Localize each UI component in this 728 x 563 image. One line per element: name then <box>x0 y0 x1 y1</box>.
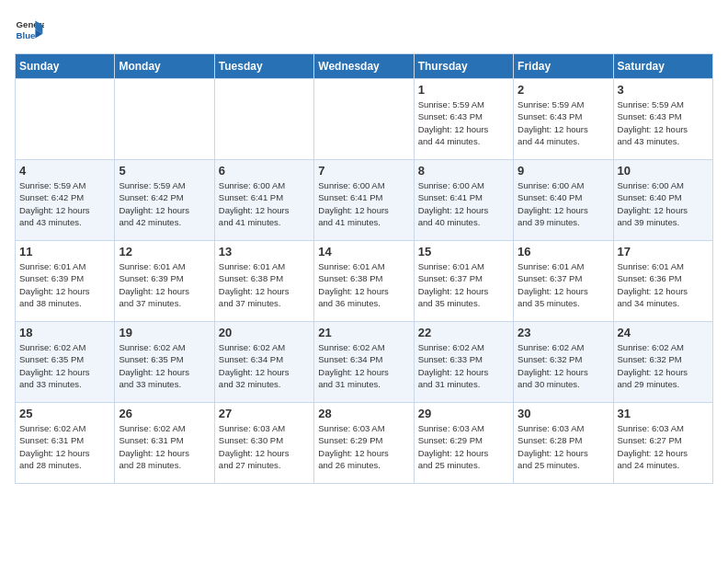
day-info: Sunrise: 6:02 AM Sunset: 6:34 PM Dayligh… <box>318 341 409 390</box>
calendar-week-row: 4Sunrise: 5:59 AM Sunset: 6:42 PM Daylig… <box>16 160 713 241</box>
day-info: Sunrise: 6:01 AM Sunset: 6:39 PM Dayligh… <box>19 260 110 309</box>
calendar-cell: 14Sunrise: 6:01 AM Sunset: 6:38 PM Dayli… <box>314 241 414 322</box>
day-info: Sunrise: 6:02 AM Sunset: 6:31 PM Dayligh… <box>119 422 210 471</box>
calendar-cell: 26Sunrise: 6:02 AM Sunset: 6:31 PM Dayli… <box>115 403 214 484</box>
calendar-cell: 25Sunrise: 6:02 AM Sunset: 6:31 PM Dayli… <box>16 403 115 484</box>
day-info: Sunrise: 6:03 AM Sunset: 6:29 PM Dayligh… <box>418 422 509 471</box>
day-info: Sunrise: 6:01 AM Sunset: 6:37 PM Dayligh… <box>418 260 509 309</box>
day-number: 24 <box>618 326 709 339</box>
day-info: Sunrise: 6:01 AM Sunset: 6:39 PM Dayligh… <box>119 260 210 309</box>
day-number: 31 <box>618 407 709 420</box>
calendar-cell <box>214 79 313 160</box>
calendar-cell: 19Sunrise: 6:02 AM Sunset: 6:35 PM Dayli… <box>115 322 214 403</box>
logo: General Blue <box>15 15 44 44</box>
calendar-cell: 18Sunrise: 6:02 AM Sunset: 6:35 PM Dayli… <box>16 322 115 403</box>
day-info: Sunrise: 6:03 AM Sunset: 6:28 PM Dayligh… <box>518 422 609 471</box>
day-number: 10 <box>618 164 709 178</box>
calendar-week-row: 11Sunrise: 6:01 AM Sunset: 6:39 PM Dayli… <box>16 241 713 322</box>
day-info: Sunrise: 5:59 AM Sunset: 6:42 PM Dayligh… <box>19 179 110 228</box>
day-info: Sunrise: 6:00 AM Sunset: 6:41 PM Dayligh… <box>219 179 310 228</box>
calendar-header-row: SundayMondayTuesdayWednesdayThursdayFrid… <box>16 54 713 79</box>
day-info: Sunrise: 6:02 AM Sunset: 6:33 PM Dayligh… <box>418 341 509 390</box>
calendar-cell: 3Sunrise: 5:59 AM Sunset: 6:43 PM Daylig… <box>613 79 712 160</box>
calendar-cell: 31Sunrise: 6:03 AM Sunset: 6:27 PM Dayli… <box>613 403 712 484</box>
calendar-cell: 27Sunrise: 6:03 AM Sunset: 6:30 PM Dayli… <box>214 403 313 484</box>
day-number: 11 <box>19 245 110 259</box>
day-info: Sunrise: 6:00 AM Sunset: 6:41 PM Dayligh… <box>418 179 509 228</box>
day-info: Sunrise: 6:02 AM Sunset: 6:34 PM Dayligh… <box>219 341 310 390</box>
day-of-week-header: Thursday <box>414 54 513 79</box>
calendar-cell: 29Sunrise: 6:03 AM Sunset: 6:29 PM Dayli… <box>414 403 513 484</box>
day-info: Sunrise: 6:00 AM Sunset: 6:40 PM Dayligh… <box>518 179 609 228</box>
calendar-cell: 9Sunrise: 6:00 AM Sunset: 6:40 PM Daylig… <box>514 160 613 241</box>
calendar-cell: 5Sunrise: 5:59 AM Sunset: 6:42 PM Daylig… <box>115 160 214 241</box>
day-info: Sunrise: 6:03 AM Sunset: 6:30 PM Dayligh… <box>219 422 310 471</box>
day-info: Sunrise: 6:01 AM Sunset: 6:38 PM Dayligh… <box>219 260 310 309</box>
day-number: 14 <box>318 245 409 259</box>
day-number: 25 <box>19 407 110 420</box>
calendar-cell: 24Sunrise: 6:02 AM Sunset: 6:32 PM Dayli… <box>613 322 712 403</box>
day-number: 1 <box>418 83 509 97</box>
day-number: 7 <box>318 164 409 178</box>
calendar-cell: 21Sunrise: 6:02 AM Sunset: 6:34 PM Dayli… <box>314 322 414 403</box>
day-number: 15 <box>418 245 509 259</box>
day-info: Sunrise: 6:02 AM Sunset: 6:35 PM Dayligh… <box>19 341 110 390</box>
day-number: 6 <box>219 164 310 178</box>
calendar-cell: 30Sunrise: 6:03 AM Sunset: 6:28 PM Dayli… <box>514 403 613 484</box>
day-of-week-header: Friday <box>514 54 613 79</box>
day-info: Sunrise: 6:01 AM Sunset: 6:37 PM Dayligh… <box>518 260 609 309</box>
day-number: 2 <box>518 83 609 97</box>
day-number: 12 <box>119 245 210 259</box>
day-number: 27 <box>219 407 310 420</box>
calendar-cell <box>16 79 115 160</box>
calendar-cell: 11Sunrise: 6:01 AM Sunset: 6:39 PM Dayli… <box>16 241 115 322</box>
day-number: 20 <box>219 326 310 339</box>
calendar-week-row: 1Sunrise: 5:59 AM Sunset: 6:43 PM Daylig… <box>16 79 713 160</box>
calendar-cell <box>115 79 214 160</box>
day-number: 13 <box>219 245 310 259</box>
day-of-week-header: Sunday <box>16 54 115 79</box>
calendar-cell: 2Sunrise: 5:59 AM Sunset: 6:43 PM Daylig… <box>514 79 613 160</box>
calendar-cell: 23Sunrise: 6:02 AM Sunset: 6:32 PM Dayli… <box>514 322 613 403</box>
calendar-cell: 6Sunrise: 6:00 AM Sunset: 6:41 PM Daylig… <box>214 160 313 241</box>
day-info: Sunrise: 6:02 AM Sunset: 6:35 PM Dayligh… <box>119 341 210 390</box>
day-of-week-header: Saturday <box>613 54 712 79</box>
day-info: Sunrise: 5:59 AM Sunset: 6:43 PM Dayligh… <box>618 98 709 147</box>
calendar-cell: 22Sunrise: 6:02 AM Sunset: 6:33 PM Dayli… <box>414 322 513 403</box>
calendar-cell: 7Sunrise: 6:00 AM Sunset: 6:41 PM Daylig… <box>314 160 414 241</box>
day-number: 23 <box>518 326 609 339</box>
day-info: Sunrise: 5:59 AM Sunset: 6:43 PM Dayligh… <box>418 98 509 147</box>
day-of-week-header: Monday <box>115 54 214 79</box>
calendar-cell: 8Sunrise: 6:00 AM Sunset: 6:41 PM Daylig… <box>414 160 513 241</box>
day-info: Sunrise: 5:59 AM Sunset: 6:43 PM Dayligh… <box>518 98 609 147</box>
calendar-cell: 16Sunrise: 6:01 AM Sunset: 6:37 PM Dayli… <box>514 241 613 322</box>
calendar-week-row: 18Sunrise: 6:02 AM Sunset: 6:35 PM Dayli… <box>16 322 713 403</box>
calendar-cell: 1Sunrise: 5:59 AM Sunset: 6:43 PM Daylig… <box>414 79 513 160</box>
day-number: 5 <box>119 164 210 178</box>
day-info: Sunrise: 6:03 AM Sunset: 6:27 PM Dayligh… <box>618 422 709 471</box>
day-number: 9 <box>518 164 609 178</box>
calendar-cell: 4Sunrise: 5:59 AM Sunset: 6:42 PM Daylig… <box>16 160 115 241</box>
day-number: 17 <box>618 245 709 259</box>
day-info: Sunrise: 6:03 AM Sunset: 6:29 PM Dayligh… <box>318 422 409 471</box>
day-number: 29 <box>418 407 509 420</box>
day-of-week-header: Wednesday <box>314 54 414 79</box>
calendar-cell: 12Sunrise: 6:01 AM Sunset: 6:39 PM Dayli… <box>115 241 214 322</box>
calendar-week-row: 25Sunrise: 6:02 AM Sunset: 6:31 PM Dayli… <box>16 403 713 484</box>
day-number: 22 <box>418 326 509 339</box>
calendar-table: SundayMondayTuesdayWednesdayThursdayFrid… <box>15 53 713 484</box>
day-of-week-header: Tuesday <box>214 54 313 79</box>
day-number: 3 <box>618 83 709 97</box>
day-info: Sunrise: 6:02 AM Sunset: 6:32 PM Dayligh… <box>618 341 709 390</box>
day-number: 16 <box>518 245 609 259</box>
day-number: 8 <box>418 164 509 178</box>
day-number: 28 <box>318 407 409 420</box>
svg-text:Blue: Blue <box>17 30 36 40</box>
day-number: 4 <box>19 164 110 178</box>
calendar-cell: 13Sunrise: 6:01 AM Sunset: 6:38 PM Dayli… <box>214 241 313 322</box>
day-number: 18 <box>19 326 110 339</box>
day-number: 19 <box>119 326 210 339</box>
calendar-cell: 17Sunrise: 6:01 AM Sunset: 6:36 PM Dayli… <box>613 241 712 322</box>
day-number: 21 <box>318 326 409 339</box>
calendar-cell <box>314 79 414 160</box>
